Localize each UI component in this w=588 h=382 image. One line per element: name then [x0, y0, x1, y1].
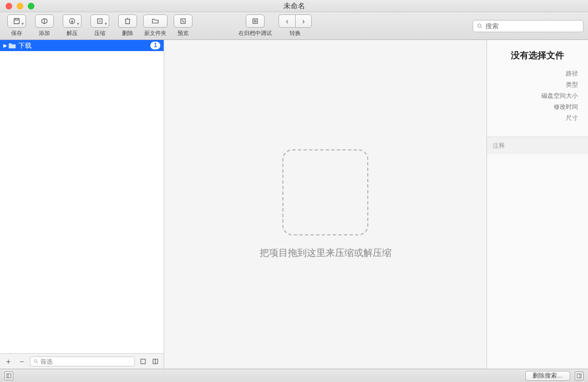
compress-button[interactable]: ▾ 压缩	[88, 14, 112, 37]
gear-box-icon	[251, 17, 259, 25]
inspector-panel: 没有选择文件 路径 类型 磁盘空间大小 修改时间 尺寸 注释	[487, 40, 588, 369]
search-field[interactable]	[473, 20, 584, 32]
remove-button-sidebar[interactable]: −	[17, 356, 27, 366]
sidebar-action2-button[interactable]	[150, 356, 160, 366]
newfolder-label: 新文件夹	[144, 29, 166, 37]
folder-plus-icon	[151, 17, 160, 25]
box-icon	[40, 17, 48, 25]
unzip-label: 解压	[67, 29, 78, 37]
inspector-title: 没有选择文件	[487, 40, 588, 69]
delete-search-button[interactable]: 删除搜索…	[525, 371, 570, 381]
inspector-notes-label: 注释	[487, 137, 588, 154]
svg-point-6	[254, 20, 256, 22]
preview-icon	[179, 17, 187, 25]
chevron-down-icon: ▾	[105, 22, 107, 26]
sidebar-footer: + −	[0, 353, 164, 369]
chevron-left-icon: ‹	[286, 17, 288, 26]
status-right-panel-button[interactable]	[575, 371, 584, 380]
archive-icon	[96, 17, 104, 25]
newfolder-button[interactable]: 新文件夹	[143, 14, 168, 37]
svg-rect-0	[14, 18, 19, 23]
search-icon	[477, 23, 483, 29]
sidebar-action1-button[interactable]	[138, 356, 148, 366]
save-button[interactable]: ▾ 保存	[4, 14, 29, 37]
status-left-panel-button[interactable]	[4, 371, 13, 380]
nav-forward-button[interactable]: ›	[295, 14, 312, 28]
delete-label: 删除	[122, 29, 133, 37]
chevron-down-icon: ▾	[77, 22, 79, 26]
sidebar-filter-field[interactable]	[30, 356, 135, 366]
folder-icon	[8, 42, 16, 49]
search-icon	[33, 359, 39, 364]
window-title: 未命名	[0, 1, 588, 11]
preview-label: 预览	[178, 29, 189, 37]
dropzone-hint: 把项目拖到这里来压缩或解压缩	[260, 247, 392, 259]
toolbar: ▾ 保存 添加 ▾ 解压 ▾ 压缩 删除 新文件夹 预览	[0, 12, 588, 40]
sidebar: ▶ 下载 1 + −	[0, 40, 164, 369]
svg-rect-3	[126, 19, 130, 24]
add-label: 添加	[39, 29, 50, 37]
svg-rect-11	[7, 374, 11, 378]
nav-back-button[interactable]: ‹	[278, 14, 295, 28]
save-label: 保存	[11, 29, 22, 37]
dropzone[interactable]	[282, 149, 368, 235]
sidebar-item-badge: 1	[150, 42, 160, 49]
nav-segment: ‹ ›	[278, 14, 312, 28]
search-input[interactable]	[485, 22, 580, 30]
svg-point-8	[34, 359, 37, 362]
fitmode-button[interactable]: 在归档中调试	[235, 14, 275, 37]
add-button-sidebar[interactable]: +	[3, 356, 13, 366]
preview-button[interactable]: 预览	[171, 14, 195, 37]
content-area: 把项目拖到这里来压缩或解压缩	[164, 40, 487, 369]
chevron-down-icon: ▾	[22, 22, 24, 26]
add-button[interactable]: 添加	[32, 14, 57, 37]
svg-rect-12	[577, 374, 581, 378]
fitmode-label: 在归档中调试	[239, 29, 272, 37]
unarchive-icon	[68, 17, 76, 25]
save-icon	[13, 17, 21, 25]
inspector-field-modified: 修改时间	[487, 103, 578, 111]
inspector-field-dimensions: 尺寸	[487, 114, 578, 122]
sidebar-item-downloads[interactable]: ▶ 下载 1	[0, 40, 164, 51]
inspector-field-disksize: 磁盘空间大小	[487, 92, 578, 100]
inspector-field-type: 类型	[487, 81, 578, 89]
svg-rect-9	[141, 359, 145, 363]
unzip-button[interactable]: ▾ 解压	[60, 14, 84, 37]
sidebar-item-label: 下载	[18, 41, 32, 51]
disclosure-triangle-icon: ▶	[3, 43, 7, 48]
sidebar-filter-input[interactable]	[40, 358, 131, 365]
chevron-right-icon: ›	[302, 17, 305, 26]
inspector-field-path: 路径	[487, 69, 578, 78]
delete-button[interactable]: 删除	[115, 14, 140, 37]
statusbar: 删除搜索…	[0, 369, 588, 382]
compress-label: 压缩	[94, 29, 105, 37]
svg-point-7	[478, 24, 481, 27]
titlebar: 未命名	[0, 0, 588, 12]
convert-label: 转换	[290, 29, 301, 37]
trash-icon	[124, 17, 131, 25]
svg-rect-5	[253, 19, 257, 23]
